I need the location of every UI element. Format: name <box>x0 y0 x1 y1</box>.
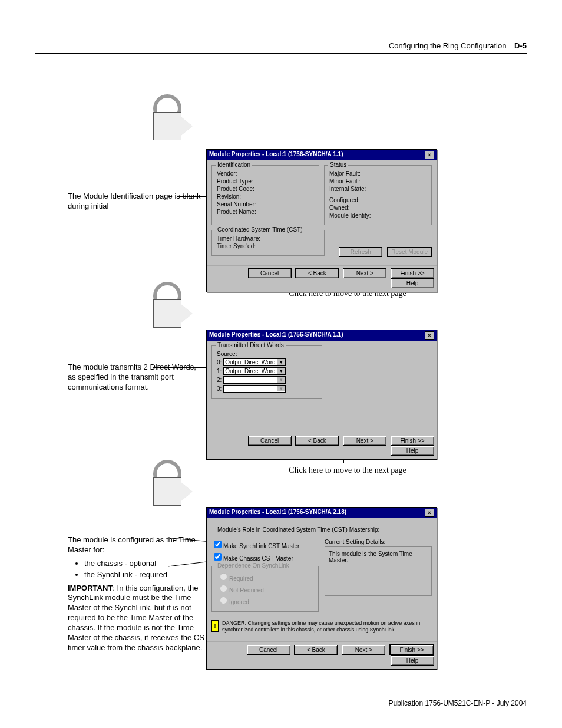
finish-button[interactable]: Finish >> <box>391 268 434 278</box>
cancel-button[interactable]: Cancel <box>248 268 292 278</box>
label-major-fault: Major Fault: <box>329 170 427 177</box>
step-arrow-icon <box>147 282 200 341</box>
finish-button[interactable]: Finish >> <box>389 644 434 655</box>
group-dependence: Dependence On SynchLink <box>216 562 291 569</box>
dialog-titlebar[interactable]: Module Properties - Local:1 (1756-SYNCH/… <box>207 508 437 518</box>
label-timer-synced: Timer Sync'ed: <box>217 243 319 249</box>
page-header: Configuring the Ring Configuration D-5 <box>389 41 527 50</box>
label-serial-number: Serial Number: <box>217 201 314 207</box>
module-properties-dialog-2: Module Properties - Local:1 (1756-SYNCH/… <box>206 330 437 460</box>
make-chassis-master-checkbox[interactable] <box>214 553 222 561</box>
refresh-button[interactable]: Refresh <box>339 247 382 257</box>
label-word-0: 0: <box>217 359 222 365</box>
cancel-button[interactable]: Cancel <box>248 436 292 446</box>
dialog-titlebar[interactable]: Module Properties - Local:1 (1756-SYNCH/… <box>207 330 437 341</box>
label-dep-ignored: Ignored <box>229 599 249 605</box>
dialog-titlebar[interactable]: Module Properties - Local:1 (1756-SYNCH/… <box>207 150 437 160</box>
close-icon[interactable]: × <box>425 509 434 517</box>
label-role-subtitle: Module's Role in Coordinated System Time… <box>217 526 432 533</box>
next-button[interactable]: Next > <box>343 268 386 278</box>
group-identification: Identification <box>216 162 252 168</box>
module-properties-dialog-1: Module Properties - Local:1 (1756-SYNCH/… <box>206 149 437 292</box>
label-word-2: 2: <box>217 377 222 383</box>
word-3-select <box>223 385 286 393</box>
label-dep-required: Required <box>229 575 253 582</box>
label-product-name: Product Name: <box>217 209 314 215</box>
label-timer-hardware: Timer Hardware: <box>217 235 319 242</box>
label-owned: Owned: <box>329 205 427 211</box>
module-properties-dialog-3: Module Properties - Local:1 (1756-SYNCH/… <box>206 507 437 670</box>
dialog-button-row: Cancel < Back Next > Finish >> Help <box>207 433 437 459</box>
dependence-ignored-radio <box>220 597 227 604</box>
next-button[interactable]: Next > <box>343 436 386 446</box>
header-page-number: D-5 <box>514 41 527 50</box>
details-box: This module is the System Time Master. <box>325 546 432 596</box>
make-synchlink-master-checkbox[interactable] <box>214 541 222 548</box>
step-arrow-icon <box>147 94 200 153</box>
label-vendor: Vendor: <box>217 170 314 177</box>
danger-text: DANGER: Changing settings online may cau… <box>222 620 432 633</box>
close-icon[interactable]: × <box>425 151 434 159</box>
word-2-select <box>223 376 286 384</box>
dialog-button-row: Cancel < Back Next > Finish >> Help <box>207 641 437 669</box>
group-cst: Coordinated System Time (CST) <box>216 226 305 233</box>
important-body: : In this configuration, the SynchLink m… <box>68 584 209 652</box>
label-product-code: Product Code: <box>217 186 314 192</box>
header-title: Configuring the Ring Configuration <box>389 41 506 50</box>
label-word-1: 1: <box>217 368 222 374</box>
dependence-required-radio <box>220 573 227 581</box>
label-minor-fault: Minor Fault: <box>329 178 427 185</box>
close-icon[interactable]: × <box>425 331 434 340</box>
help-button[interactable]: Help <box>391 446 434 456</box>
callout-text-3: The module is configured as the Time Mas… <box>68 535 209 653</box>
callout-text-1: The Module Identification page is blank … <box>68 192 203 212</box>
label-module-identity: Module Identity: <box>329 212 427 219</box>
group-status: Status <box>328 162 348 168</box>
back-button[interactable]: < Back <box>294 645 338 655</box>
callout-3-intro: The module is configured as the Time Mas… <box>68 535 209 555</box>
label-revision: Revision: <box>217 193 314 200</box>
label-word-3: 3: <box>217 386 222 392</box>
word-0-select[interactable]: Output Direct Word 0 <box>223 358 286 366</box>
bullet-synchlink: the SynchLink - required <box>84 570 209 580</box>
caption-next-2: Click here to move to the next page <box>271 466 424 475</box>
label-make-chassis-master: Make Chassis CST Master <box>223 555 293 562</box>
word-1-select[interactable]: Output Direct Word 1 <box>223 367 286 375</box>
label-configured: Configured: <box>329 197 427 203</box>
step-arrow-icon <box>147 460 200 519</box>
back-button[interactable]: < Back <box>295 268 339 278</box>
dialog-title: Module Properties - Local:1 (1756-SYNCH/… <box>209 151 343 159</box>
label-current-setting-details: Current Setting Details: <box>325 539 432 545</box>
dialog-title: Module Properties - Local:1 (1756-SYNCH/… <box>209 331 343 340</box>
publication-footer: Publication 1756-UM521C-EN-P - July 2004 <box>388 699 527 707</box>
finish-button[interactable]: Finish >> <box>391 436 434 446</box>
dependence-not-required-radio <box>220 585 227 592</box>
label-dep-not-required: Not Required <box>229 587 264 594</box>
dialog-title: Module Properties - Local:1 (1756-SYNCH/… <box>209 509 346 517</box>
back-button[interactable]: < Back <box>295 436 339 446</box>
header-rule <box>35 53 527 54</box>
important-label: IMPORTANT <box>68 584 113 592</box>
warning-icon: ! <box>211 620 219 632</box>
cancel-button[interactable]: Cancel <box>247 645 290 655</box>
dialog-button-row: Cancel < Back Next > Finish >> Help <box>207 265 437 292</box>
danger-warning: ! DANGER: Changing settings online may c… <box>211 620 432 633</box>
label-source: Source: <box>217 351 317 357</box>
help-button[interactable]: Help <box>391 655 434 666</box>
label-make-synchlink-master: Make SynchLink CST Master <box>223 543 299 549</box>
reset-module-button[interactable]: Reset Module <box>387 247 432 257</box>
help-button[interactable]: Help <box>391 278 434 288</box>
label-product-type: Product Type: <box>217 178 314 185</box>
group-transmitted-words: Transmitted Direct Words <box>216 342 286 348</box>
label-internal-state: Internal State: <box>329 186 427 192</box>
next-button[interactable]: Next > <box>342 645 385 655</box>
